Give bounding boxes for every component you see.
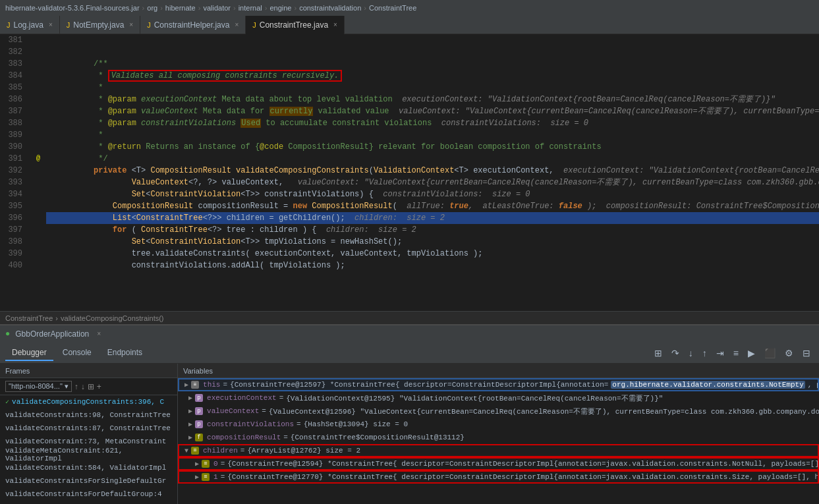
line-number-gutter: 381 382 383 384 385 386 387 388 389 390 … [0,34,33,311]
variables-list: ▶ ≡ this = {ConstraintTree@12597} *Const… [178,378,819,504]
java-icon: J [67,21,71,29]
restore-layout-button[interactable]: ⊞ [651,346,665,360]
var-this-value2: , payloads=[]... [808,381,819,389]
resume-button[interactable]: ▶ [745,346,758,360]
var-composition-result[interactable]: ▶ f compositionResult = {ConstraintTree$… [178,431,819,444]
frames-add-button[interactable]: + [97,382,101,391]
code-line-383: * Validates all composing constraints re… [46,58,819,70]
code-line-389: * @return Returns an instance of {@code … [46,129,819,141]
var-eq: = [223,381,227,389]
code-editor: 381 382 383 384 385 386 387 388 389 390 … [0,34,819,311]
gutter-386 [33,94,43,105]
var-exec-ctx-value: {ValidationContext@12595} "ValidationCon… [286,393,663,403]
var-execution-context[interactable]: ▶ p executionContext = {ValidationContex… [178,391,819,405]
var-val-ctx-name: valueContext [207,407,259,415]
line-num-397: 397 [0,224,28,236]
close-icon[interactable]: × [235,21,239,28]
close-icon[interactable]: × [49,21,53,28]
variables-panel: Variables ▶ ≡ this = {ConstraintTree@125… [178,364,819,504]
tab-log[interactable]: J Log.java × [0,16,60,34]
evaluate-button[interactable]: ≡ [730,346,742,360]
step-into-button[interactable]: ↓ [685,346,696,360]
frame-label: validateConstraints:87, ConstraintTree [5,424,171,432]
frame-item-validate-constraints-87[interactable]: validateConstraints:87, ConstraintTree [0,422,177,435]
tab-constrainttree[interactable]: J ConstraintTree.java × [246,16,345,34]
var-child-1[interactable]: ▶ ≡ 1 = {ConstraintTree@12770} *Constrai… [178,470,819,484]
expand-violations[interactable]: ▶ [188,420,192,428]
jar-name: hibernate-validator-5.3.6.Final-sources.… [5,4,140,12]
code-lines: /** * Validates all composing constraint… [43,34,819,311]
gutter-388 [33,117,43,129]
frames-copy-button[interactable]: ⊞ [88,382,94,391]
expand-children[interactable]: ▼ [184,447,188,455]
frame-label: validateConstraintsForDefaultGroup:4 [5,490,162,498]
gutter-389 [33,129,43,141]
run-to-cursor-button[interactable]: ⇥ [713,346,727,360]
thread-selector[interactable]: "http-nio-8084..." ▾ [5,381,72,392]
close-icon[interactable]: × [333,21,337,28]
gutter-382 [33,46,43,58]
var-eq: = [240,447,245,455]
layout-button[interactable]: ⊟ [799,346,814,360]
line-num-381: 381 [0,34,28,46]
frame-item-validate-constraint-73[interactable]: validateConstraint:73, MetaConstraint [0,435,177,448]
frames-up-button[interactable]: ↑ [74,382,78,391]
frames-title: Frames [5,367,30,375]
frame-item-validate-composing[interactable]: ✓ validateComposingConstraints:396, C [0,395,177,408]
frame-item-validate-constraints-single[interactable]: validateConstraintsForSingleDefaultGr [0,474,177,488]
var-constraint-violations[interactable]: ▶ p constraintViolations = {HashSet@1309… [178,418,819,431]
step-over-button[interactable]: ↷ [668,346,683,360]
frame-label: validateConstraintsForSingleDefaultGr [5,477,166,485]
line-num-391: 391 [0,153,28,165]
tab-endpoints[interactable]: Endpoints [101,345,149,361]
tab-constrainthelper[interactable]: J ConstraintHelper.java × [140,16,246,34]
p-type-icon: p [195,394,203,402]
pkg-internal: internal [239,4,262,12]
var-this[interactable]: ▶ ≡ this = {ConstraintTree@12597} *Const… [178,378,819,391]
frame-item-validate-constraint-584[interactable]: validateConstraint:584, ValidatorImpl [0,461,177,474]
stop-button[interactable]: ⬛ [761,346,779,360]
var-value-context[interactable]: ▶ p valueContext = {ValueContext@12596} … [178,405,819,418]
code-line-382: /** [46,46,819,58]
frame-item-validate-meta-constraint[interactable]: validateMetaConstraint:621, ValidatorImp… [0,448,177,461]
gutter-399 [33,248,43,260]
debug-run-icon: ● [5,329,10,339]
line-num-389: 389 [0,129,28,141]
tab-console[interactable]: Console [56,345,98,361]
expand-child1[interactable]: ▶ [195,473,199,481]
java-icon: J [147,21,151,29]
var-children-name: children [203,447,238,455]
gutter-381 [33,34,43,46]
var-eq: = [283,434,288,441]
p-type-icon: p [195,420,203,428]
redbox-line-383: Validates all composing constraints recu… [108,70,343,82]
line-num-395: 395 [0,200,28,212]
frames-down-button[interactable]: ↓ [81,382,85,391]
pkg-validator: validator [203,4,231,12]
tab-notempty[interactable]: J NotEmpty.java × [60,16,140,34]
frame-label: validateMetaConstraint:621, ValidatorImp… [5,447,172,462]
var-child-0[interactable]: ▶ ≡ 0 = {ConstraintTree@12594} *Constrai… [178,457,819,470]
gutter-385 [33,82,43,94]
expand-this[interactable]: ▶ [184,381,188,389]
frame-item-validate-constraints-98[interactable]: validateConstraints:98, ConstraintTree [0,408,177,422]
var-child0-value: {ConstraintTree@12594} *ConstraintTree{ … [227,460,819,468]
expand-exec-ctx[interactable]: ▶ [188,394,192,402]
java-icon: J [252,21,256,29]
var-children[interactable]: ▼ ≡ children = {ArrayList@12762} size = … [178,444,819,457]
tab-label: ConstraintTree.java [260,20,328,30]
frame-item-validate-constraints-default[interactable]: validateConstraintsForDefaultGroup:4 [0,488,177,501]
breadcrumb-bar: hibernate-validator-5.3.6.Final-sources.… [0,0,819,16]
tab-debugger[interactable]: Debugger [5,345,53,361]
line-num-390: 390 [0,141,28,153]
expand-val-ctx[interactable]: ▶ [188,407,192,415]
expand-composition[interactable]: ▶ [188,434,192,441]
var-child1-value: {ConstraintTree@12770} *ConstraintTree{ … [227,473,819,481]
debug-close-icon[interactable]: × [97,331,101,338]
close-icon[interactable]: × [129,21,133,28]
settings-button[interactable]: ⚙ [781,346,797,360]
expand-child0[interactable]: ▶ [195,460,199,468]
step-out-button[interactable]: ↑ [699,346,710,360]
arr-type-icon: ≡ [191,447,199,455]
line-num-400: 400 [0,260,28,271]
